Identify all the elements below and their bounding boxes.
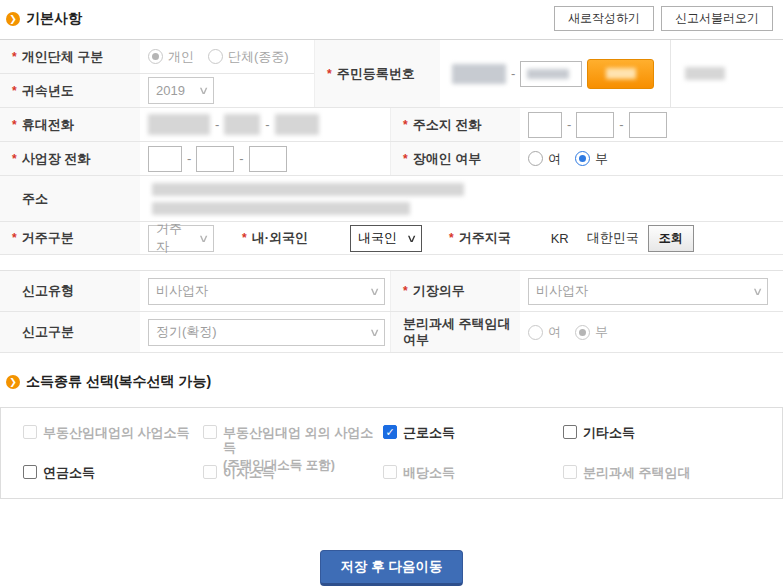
income-item-pension[interactable]: 연금소득 <box>23 465 203 505</box>
income-item-other[interactable]: 기타소득 <box>563 425 782 465</box>
basic-section-header: 기본사항 새로작성하기 신고서불러오기 <box>6 6 783 32</box>
checkbox-label: 배당소득 <box>403 465 455 480</box>
required-marker <box>12 118 17 132</box>
nationality-select[interactable]: 내국인 ∨ <box>350 225 422 252</box>
jumin-confirm-button[interactable] <box>587 59 654 89</box>
income-item-interest[interactable]: 이자소득 <box>203 465 383 505</box>
radio-separate-housing-yes[interactable] <box>528 325 543 340</box>
separate-housing-label: 분리과세 주택임대 여부 <box>403 316 520 349</box>
dash-separator: - <box>239 151 243 166</box>
biz-phone-input-1[interactable] <box>148 146 182 172</box>
report-category-label: 신고구분 <box>22 323 74 341</box>
required-marker <box>12 50 17 64</box>
address-line1-redacted <box>152 183 464 196</box>
jumin-value-cell: - <box>440 40 783 107</box>
button-text-redacted <box>606 68 636 79</box>
nationality-label: 내·외국인 <box>252 229 308 247</box>
addr-phone-input-3[interactable] <box>629 112 667 138</box>
chevron-down-icon: ∨ <box>741 285 763 298</box>
radio-separate-housing-no[interactable] <box>575 325 590 340</box>
row-report-category: 신고구분 정기(확정) ∨ 분리과세 주택임대 여부 여 부 <box>0 312 783 353</box>
mobile-prefix-redacted[interactable] <box>148 114 210 135</box>
year-select[interactable]: 2019 ∨ <box>148 77 214 104</box>
mobile-label: 휴대전화 <box>22 116 74 134</box>
income-item-earned[interactable]: 근로소득 <box>383 425 563 465</box>
radio-group[interactable] <box>208 49 223 64</box>
addr-phone-label: 주소지 전화 <box>413 116 482 134</box>
jumin-label-cell: 주민등록번호 <box>315 40 440 107</box>
country-code: KR <box>551 231 569 246</box>
biz-phone-label-cell: 사업장 전화 <box>0 142 140 175</box>
required-marker <box>12 231 17 245</box>
row-address: 주소 <box>0 176 783 222</box>
income-item-dividend[interactable]: 배당소득 <box>383 465 563 505</box>
checkbox-label: 부동산임대업 외의 사업소득 <box>223 425 383 455</box>
jumin-back-input[interactable] <box>520 61 582 87</box>
biz-phone-input-2[interactable] <box>196 146 234 172</box>
income-item-nonrental-business[interactable]: 부동산임대업 외의 사업소득 (주택임대소득 포함) <box>203 425 383 465</box>
chevron-down-icon: ∨ <box>395 232 417 245</box>
year-label: 귀속년도 <box>22 82 74 100</box>
checkbox-icon[interactable] <box>383 465 397 479</box>
radio-disability-yes[interactable] <box>528 151 543 166</box>
country-search-button[interactable]: 조회 <box>648 225 694 252</box>
checkbox-checked-icon[interactable] <box>383 425 397 439</box>
personal-group-value-cell: 개인 단체(종중) <box>140 40 314 73</box>
disability-label-cell: 장애인 여부 <box>390 142 520 175</box>
checkbox-label: 부동산임대업의 사업소득 <box>43 425 190 440</box>
chevron-down-icon: ∨ <box>187 84 209 97</box>
row-residence: 거주구분 거주자 ∨ 내·외국인 내국인 ∨ 거주지국 KR 대한민국 조회 <box>0 222 783 255</box>
checkbox-icon[interactable] <box>23 465 37 479</box>
year-select-value: 2019 <box>156 83 185 98</box>
residence-value-cell: 거주자 ∨ 내·외국인 내국인 ∨ 거주지국 KR 대한민국 조회 <box>140 222 783 254</box>
addr-phone-input-1[interactable] <box>528 112 562 138</box>
personal-group-label: 개인단체 구분 <box>22 48 104 66</box>
required-marker <box>327 67 332 81</box>
checkbox-label: 연금소득 <box>43 465 95 480</box>
required-marker <box>449 231 454 245</box>
address-value-cell <box>140 176 783 221</box>
report-category-select[interactable]: 정기(확정) ∨ <box>148 319 385 346</box>
radio-disability-yes-label: 여 <box>548 150 561 168</box>
residence-select[interactable]: 거주자 ∨ <box>148 225 214 252</box>
residence-label-cell: 거주구분 <box>0 222 140 254</box>
required-marker <box>403 152 408 166</box>
mobile-last-redacted[interactable] <box>275 114 319 135</box>
mobile-label-cell: 휴대전화 <box>0 108 140 141</box>
new-report-button[interactable]: 새로작성하기 <box>554 6 654 31</box>
checkbox-label: 기타소득 <box>583 425 635 440</box>
checkbox-icon[interactable] <box>23 425 37 439</box>
checkbox-icon[interactable] <box>203 425 217 439</box>
checkbox-label: 분리과세 주택임대 <box>583 465 691 480</box>
load-report-button[interactable]: 신고서불러오기 <box>661 6 773 31</box>
row-personal-group: 개인단체 구분 개인 단체(종중) <box>0 40 314 74</box>
address-label: 주소 <box>22 190 48 208</box>
addr-phone-label-cell: 주소지 전화 <box>390 108 520 141</box>
checkbox-icon[interactable] <box>563 465 577 479</box>
income-item-separate-housing[interactable]: 분리과세 주택임대 <box>563 465 782 505</box>
mobile-mid-redacted[interactable] <box>224 114 260 135</box>
dash-separator: - <box>567 117 571 132</box>
biz-phone-input-3[interactable] <box>249 146 287 172</box>
checkbox-icon[interactable] <box>563 425 577 439</box>
report-type-select[interactable]: 비사업자 ∨ <box>148 278 385 305</box>
address-label-cell: 주소 <box>0 176 140 221</box>
disability-value-cell: 여 부 <box>520 142 783 175</box>
report-type-select-value: 비사업자 <box>156 282 208 300</box>
bookkeeping-select-value: 비사업자 <box>536 282 588 300</box>
bookkeeping-select[interactable]: 비사업자 ∨ <box>528 278 768 305</box>
radio-individual[interactable] <box>148 49 163 64</box>
row-attribution-year: 귀속년도 2019 ∨ <box>0 74 314 107</box>
income-item-rental-business[interactable]: 부동산임대업의 사업소득 <box>23 425 203 465</box>
checkbox-icon[interactable] <box>203 465 217 479</box>
checkbox-label: 근로소득 <box>403 425 455 440</box>
radio-disability-no[interactable] <box>575 151 590 166</box>
addr-phone-input-2[interactable] <box>576 112 614 138</box>
report-category-value-cell: 정기(확정) ∨ <box>140 312 390 352</box>
biz-phone-label: 사업장 전화 <box>22 150 91 168</box>
dash-separator: - <box>619 117 623 132</box>
row-phones-1: 휴대전화 - - 주소지 전화 - - <box>0 108 783 142</box>
disability-label: 장애인 여부 <box>413 150 482 168</box>
save-next-button[interactable]: 저장 후 다음이동 <box>320 550 462 586</box>
dash-separator: - <box>187 151 191 166</box>
